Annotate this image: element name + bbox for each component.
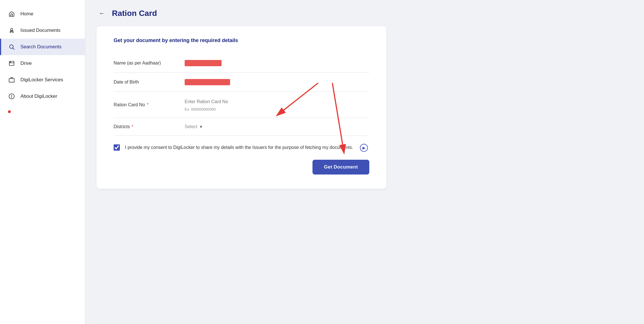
sidebar-label-digilocker-services: DigiLocker Services (20, 77, 63, 83)
form-subtitle: Get your document by entering the requir… (114, 38, 369, 43)
field-value-ration-card-no: Ex. 000000000000 (185, 98, 369, 111)
page-header: ← Ration Card (97, 9, 633, 18)
consent-text: I provide my consent to DigiLocker to sh… (125, 144, 353, 151)
badge-icon (8, 27, 15, 34)
svg-point-4 (10, 62, 11, 63)
page-title: Ration Card (112, 9, 157, 18)
sidebar-label-drive: Drive (20, 61, 32, 66)
ration-card-hint: Ex. 000000000000 (185, 107, 369, 111)
field-value-dob (185, 79, 369, 85)
field-row-name: Name (as per Aadhaar) (114, 54, 369, 73)
field-label-districts: Districts * (114, 124, 176, 129)
field-row-dob: Date of Birth (114, 73, 369, 92)
play-circle-icon[interactable]: ▶ (360, 144, 368, 152)
get-document-button[interactable]: Get Document (312, 160, 369, 175)
field-row-districts: Districts * Select ▼ (114, 118, 369, 136)
chevron-down-icon: ▼ (199, 124, 203, 129)
briefcase-icon (8, 76, 15, 84)
home-icon (8, 10, 15, 18)
drive-icon (8, 60, 15, 67)
sidebar-label-search-documents: Search Documents (20, 44, 62, 50)
required-indicator-districts: * (132, 124, 133, 129)
ration-card-no-input[interactable] (185, 98, 369, 105)
districts-select-text: Select (185, 124, 197, 129)
svg-line-2 (13, 48, 14, 49)
field-value-districts: Select ▼ (185, 124, 369, 129)
field-label-ration-card-no: Ration Card No * (114, 102, 176, 107)
field-label-name: Name (as per Aadhaar) (114, 61, 176, 66)
sidebar-label-home: Home (20, 11, 33, 17)
sidebar-label-about-digilocker: About DigiLocker (20, 94, 57, 99)
districts-select[interactable]: Select ▼ (185, 124, 369, 129)
sidebar-item-search-documents[interactable]: Search Documents (0, 39, 85, 55)
required-indicator: * (147, 102, 149, 107)
sidebar-item-digilocker-services[interactable]: DigiLocker Services (0, 72, 85, 88)
sidebar-item-about-digilocker[interactable]: About DigiLocker (0, 88, 85, 105)
sidebar-item-drive[interactable]: Drive (0, 55, 85, 72)
sidebar-item-issued-documents[interactable]: Issued Documents (0, 22, 85, 39)
info-icon (8, 93, 15, 100)
field-value-name (185, 60, 369, 66)
back-button[interactable]: ← (97, 9, 107, 18)
search-icon (8, 43, 15, 51)
consent-checkbox[interactable] (114, 144, 120, 151)
field-row-ration-card-no: Ration Card No * Ex. 000000000000 (114, 92, 369, 118)
main-content: ← Ration Card Get your document by enter… (85, 0, 644, 324)
sidebar-item-home[interactable]: Home (0, 6, 85, 22)
sidebar-label-issued-documents: Issued Documents (20, 28, 61, 33)
svg-rect-5 (9, 78, 14, 82)
notification-dot (8, 110, 11, 113)
sidebar: Home Issued Documents Search Documents D… (0, 0, 85, 324)
redacted-name (185, 60, 222, 66)
redacted-dob (185, 79, 230, 85)
field-label-dob: Date of Birth (114, 80, 176, 85)
consent-row: I provide my consent to DigiLocker to sh… (114, 136, 369, 157)
form-card: Get your document by entering the requir… (97, 26, 386, 189)
